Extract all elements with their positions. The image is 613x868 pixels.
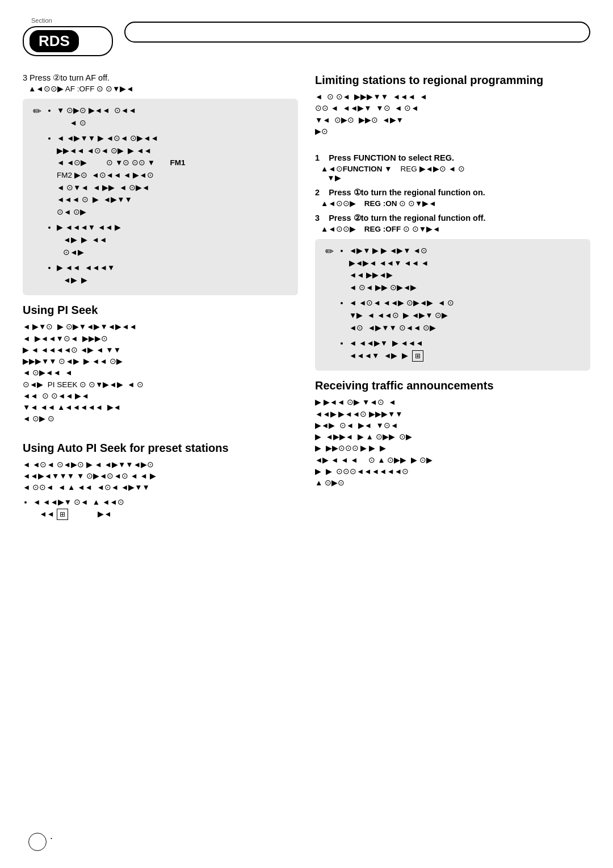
dot-separator: ·	[50, 832, 53, 844]
step3-code: ▲◄⊙⊙▶ AF :OFF ⊙ ⊙▼▶◄	[28, 84, 298, 93]
header: RDS	[23, 17, 590, 56]
rds-black-tab: RDS	[30, 30, 79, 52]
receiving-section: Receiving traffic announcements ▶ ▶◄◄ ⊙▶…	[315, 379, 590, 489]
step3-label: 3 Press ②to turn AF off.	[23, 73, 298, 82]
page-number	[28, 833, 47, 851]
lim-step3: 3 Press ②to turn the regional function o…	[315, 213, 590, 233]
auto-pi-title: Using Auto PI Seek for preset stations	[23, 441, 298, 455]
lim-step1-code: ▲◄⊙FUNCTION ▼ REG ▶◄▶⊙ ◄ ⊙ ▼▶	[321, 164, 590, 182]
lim-step2-label: 2 Press ①to turn the regional function o…	[315, 188, 590, 197]
receiving-body: ▶ ▶◄◄ ⊙▶ ▼◄⊙ ◄ ◄◄▶ ▶◄◄⊙ ▶▶▶▼▼ ▶◄▶ ⊙◄ ▶◄ …	[315, 397, 590, 489]
rds-badge: RDS	[23, 26, 113, 56]
pi-seek-body: ◄ ▶▼⊙ ▶ ⊙▶▼◄▶▼◄▶◄◄ ◄ ▶◄◄▼⊙◄ ▶▶▶⊙ ▶ ◄ ◄◄◄…	[23, 321, 298, 425]
lim-step1: 1 Press FUNCTION to select REG. ▲◄⊙FUNCT…	[315, 153, 590, 182]
limiting-body: ◄ ⊙ ⊙◄ ▶▶▶▼▼ ◄◄◄ ◄ ⊙⊙ ◄ ◄◄▶▼ ▼⊙ ◄ ⊙◄ ▼◄ …	[315, 91, 590, 137]
note-icon-left: ✏	[31, 105, 43, 118]
pi-seek-section: Using PI Seek ◄ ▶▼⊙ ▶ ⊙▶▼◄▶▼◄▶◄◄ ◄ ▶◄◄▼⊙…	[23, 303, 298, 425]
left-column: 3 Press ②to turn AF off. ▲◄⊙⊙▶ AF :OFF ⊙…	[23, 73, 298, 536]
auto-pi-body: ◄ ◄⊙◄ ⊙◄▶⊙ ▶ ◄ ◄▶▼▼◄▶⊙ ◄◄▶◄▼▼▼ ▼ ⊙▶◄⊙◄⊙ …	[23, 459, 298, 494]
lim-step2: 2 Press ①to turn the regional function o…	[315, 188, 590, 208]
auto-pi-bullet: ◄ ◄◄▶▼ ⊙◄ ▲ ◄◄⊙ ◄◄ ⊞ ▶◄	[23, 497, 298, 520]
two-col-layout: 3 Press ②to turn AF off. ▲◄⊙⊙▶ AF :OFF ⊙…	[23, 73, 590, 536]
limiting-section: Limiting stations to regional programmin…	[315, 73, 590, 137]
note-box-right: ✏ ◄▶▼ ▶ ▶ ◄▶▼ ◄⊙ ▶◄▶◄ ◄◄▼ ◄◄ ◄ ◄◄ ▶▶◄▶ ◄…	[315, 239, 590, 371]
note-content-right: ◄▶▼ ▶ ▶ ◄▶▼ ◄⊙ ▶◄▶◄ ◄◄▼ ◄◄ ◄ ◄◄ ▶▶◄▶ ◄ ⊙…	[340, 245, 454, 365]
limiting-title: Limiting stations to regional programmin…	[315, 73, 590, 87]
note-content-left: ▼ ⊙▶⊙ ▶◄◄ ⊙◄◄ ◄ ⊙ ◄ ◄▶▼▼ ▶ ◄⊙◄ ⊙▶◄◄ ▶▶◄◄…	[48, 104, 185, 290]
right-column: Limiting stations to regional programmin…	[315, 73, 590, 536]
note-box-left: ✏ ▼ ⊙▶⊙ ▶◄◄ ⊙◄◄ ◄ ⊙ ◄ ◄▶▼▼ ▶ ◄⊙◄ ⊙▶◄◄ ▶▶…	[23, 99, 298, 295]
note-icon-right: ✏	[323, 245, 335, 258]
auto-pi-seek-section: Using Auto PI Seek for preset stations ◄…	[23, 441, 298, 520]
pi-seek-title: Using PI Seek	[23, 303, 298, 317]
page: Section RDS 3 Press ②to turn AF off. ▲◄⊙…	[0, 0, 613, 868]
section-label: Section	[31, 17, 52, 24]
lim-step2-code: ▲◄⊙⊙▶ REG :ON ⊙ ⊙▼▶◄	[321, 199, 590, 208]
lim-step1-label: 1 Press FUNCTION to select REG.	[315, 153, 590, 162]
header-right-box	[124, 22, 590, 43]
step3-af-off: 3 Press ②to turn AF off. ▲◄⊙⊙▶ AF :OFF ⊙…	[23, 73, 298, 93]
lim-step3-label: 3 Press ②to turn the regional function o…	[315, 213, 590, 223]
lim-step3-code: ▲◄⊙⊙▶ REG :OFF ⊙ ⊙▼▶◄	[321, 224, 590, 233]
receiving-title: Receiving traffic announcements	[315, 379, 590, 392]
